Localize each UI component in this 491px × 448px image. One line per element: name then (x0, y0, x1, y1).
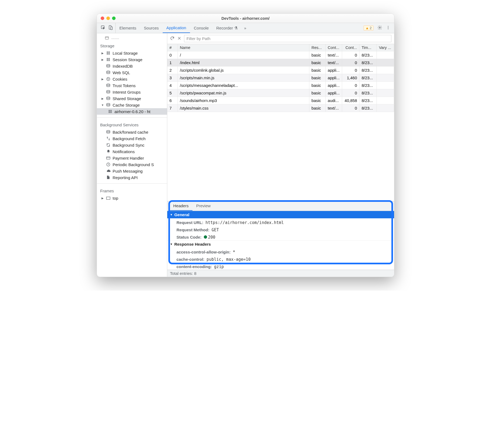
sidebar-item-cache-entry[interactable]: airhorner-0.6.20 - ht (97, 108, 167, 115)
sidebar-item[interactable]: IndexedDB (97, 63, 167, 69)
sidebar-item[interactable]: Interest Groups (97, 89, 167, 95)
tab-application[interactable]: Application (163, 23, 190, 33)
svg-rect-12 (107, 54, 108, 54)
svg-point-29 (107, 103, 110, 104)
svg-point-25 (108, 79, 108, 80)
header-row: content-encoding:gzip (167, 262, 394, 270)
sidebar-item[interactable]: Periodic Background S (97, 161, 167, 168)
sidebar-heading-background: Background Services (97, 120, 167, 129)
detail-tabs: Headers Preview (167, 201, 394, 211)
db-icon (106, 64, 111, 68)
sidebar-item[interactable]: Push Messaging (97, 168, 167, 174)
table-row[interactable]: 0/basictext/...08/23... (167, 51, 394, 59)
sidebar-item[interactable]: ▶Session Storage (97, 56, 167, 63)
filter-path-input[interactable] (184, 35, 391, 42)
svg-point-24 (109, 79, 109, 79)
devtools-window: DevTools - airhorner.com/ Elements Sourc… (97, 14, 394, 277)
sidebar-item[interactable]: ▶Shared Storage (97, 95, 167, 102)
table-row[interactable]: 2/scripts/comlink.global.jsbasicappli...… (167, 67, 394, 74)
tab-sources[interactable]: Sources (140, 23, 163, 33)
sidebar-item[interactable]: Background Sync (97, 142, 167, 148)
sidebar-item-storage-top[interactable]: ······· (97, 35, 167, 41)
table-header[interactable]: Vary ... (377, 44, 394, 51)
sidebar-item[interactable]: ▶top (97, 195, 167, 201)
sidebar-item[interactable]: ▼Cache Storage (97, 102, 167, 108)
section-response-headers[interactable]: ▼ Response Headers (167, 240, 394, 248)
sidebar-item[interactable]: Web SQL (97, 69, 167, 76)
svg-rect-9 (109, 52, 110, 52)
table-header[interactable]: Cont... (342, 44, 359, 51)
window-title: DevTools - airhorner.com/ (97, 16, 394, 21)
sidebar-item-label: Periodic Background S (113, 162, 154, 167)
sidebar-item[interactable]: ▶Cookies (97, 76, 167, 82)
fetch-icon (106, 136, 111, 141)
svg-rect-13 (109, 54, 110, 54)
refresh-icon[interactable] (170, 36, 175, 41)
sidebar-item[interactable]: Background Fetch (97, 135, 167, 142)
svg-point-3 (379, 27, 381, 28)
sidebar-item-label: Background Fetch (113, 136, 146, 141)
settings-icon[interactable] (377, 25, 382, 31)
sidebar-heading-storage: Storage (97, 41, 167, 50)
more-tabs-icon[interactable]: » (241, 26, 249, 30)
tab-console[interactable]: Console (190, 23, 212, 33)
caret-down-icon: ▼ (170, 213, 173, 216)
table-header[interactable]: Name (178, 44, 309, 51)
detail-tab-headers[interactable]: Headers (169, 201, 192, 211)
tab-elements[interactable]: Elements (116, 23, 140, 33)
warnings-badge[interactable]: ▲2 (364, 25, 374, 31)
table-row[interactable]: 1/index.htmlbasictext/...08/23... (167, 59, 394, 67)
sidebar-item-label: Background Sync (113, 143, 145, 147)
inspect-icon[interactable] (101, 25, 106, 31)
svg-rect-8 (107, 52, 108, 52)
tab-recorder[interactable]: Recorder ⚗ (212, 23, 241, 33)
svg-point-4 (388, 26, 389, 27)
device-toggle-icon[interactable] (108, 25, 113, 31)
status-dot-icon (204, 235, 207, 239)
disclosure-icon: ▶ (101, 78, 104, 81)
sidebar-item[interactable]: Notifications (97, 148, 167, 155)
section-general[interactable]: ▼ General (167, 211, 394, 218)
svg-rect-34 (109, 112, 110, 113)
table-header[interactable]: Res... (309, 44, 325, 51)
sidebar-item-label: Session Storage (113, 57, 142, 62)
svg-point-23 (107, 78, 108, 78)
entry-details: Headers Preview ▼ General Request URL:ht… (167, 201, 394, 270)
sidebar-item-label: Cookies (113, 77, 127, 81)
sidebar-item[interactable]: ▶Local Storage (97, 50, 167, 56)
sidebar-item[interactable]: Trust Tokens (97, 82, 167, 89)
sidebar-item[interactable]: Reporting API (97, 174, 167, 181)
table-header[interactable]: # (167, 44, 178, 51)
sidebar-item-label: Payment Handler (113, 156, 144, 160)
flask-icon: ⚗ (234, 26, 238, 31)
table-row[interactable]: 6/sounds/airhorn.mp3basicaudi...40,8588/… (167, 97, 394, 104)
table-row[interactable]: 7/styles/main.cssbasictext/...08/23... (167, 104, 394, 112)
sidebar-item[interactable]: Payment Handler (97, 155, 167, 161)
kebab-menu-icon[interactable] (386, 25, 390, 31)
sidebar-item[interactable]: Back/forward cache (97, 129, 167, 135)
db-icon (104, 36, 109, 40)
svg-rect-32 (109, 111, 110, 112)
card-icon (106, 156, 111, 160)
sidebar-item-label: Local Storage (113, 51, 138, 55)
db-icon (106, 103, 111, 107)
sidebar-item-label: Interest Groups (113, 90, 140, 94)
svg-point-26 (107, 84, 110, 85)
frame-icon (106, 196, 111, 200)
table-row[interactable]: 4/scripts/messagechanneladapt...basicapp… (167, 82, 394, 89)
disclosure-icon: ▶ (101, 52, 104, 55)
table-header[interactable]: Tim... (359, 44, 377, 51)
sidebar-item-label: Reporting API (113, 175, 138, 180)
svg-rect-11 (109, 53, 110, 53)
cache-panel: #NameRes...Cont...Cont...Tim...Vary ... … (167, 33, 394, 277)
sync-icon (106, 143, 111, 147)
table-row[interactable]: 3/scripts/main.min.jsbasicappli...1,4608… (167, 74, 394, 82)
svg-rect-33 (110, 111, 112, 112)
detail-tab-preview[interactable]: Preview (192, 201, 214, 211)
table-row[interactable]: 5/scripts/pwacompat.min.jsbasicappli...0… (167, 89, 394, 97)
clear-icon[interactable] (177, 36, 181, 41)
table-header[interactable]: Cont... (325, 44, 342, 51)
application-sidebar: ······· Storage ▶Local Storage▶Session S… (97, 33, 167, 277)
sidebar-item-label: Web SQL (113, 70, 130, 75)
sidebar-item-label: Push Messaging (113, 169, 143, 173)
